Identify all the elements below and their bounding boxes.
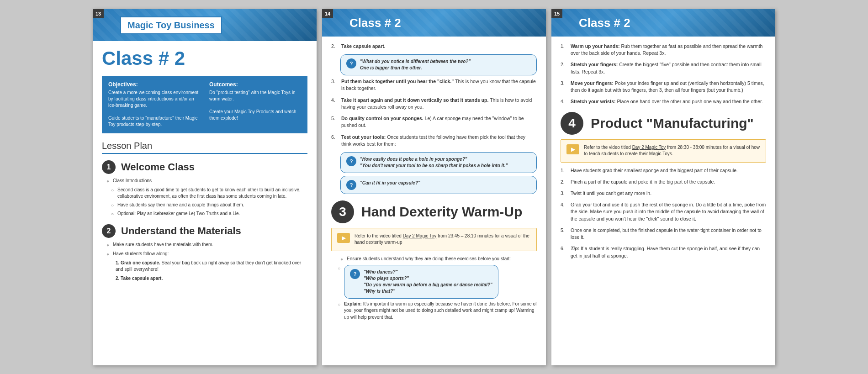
warm-item-2: 2. Stretch your fingers: Create the bigg… bbox=[561, 61, 766, 75]
bullet-have-materials: Make sure students have the materials wi… bbox=[106, 242, 307, 248]
quote-icon-dances: ? bbox=[350, 269, 360, 279]
bullet-name: Have students say their name and a coupl… bbox=[111, 202, 307, 208]
outcomes-col: Outcomes: Do "product testing" with the … bbox=[209, 81, 301, 128]
video-ref-box-3: ▶ Refer to the video titled Day 2 Magic … bbox=[561, 139, 766, 163]
numbered-item-2: 2. Take capsule apart. bbox=[116, 275, 307, 282]
quoted-3: ? "Can it fit in your capsule?" bbox=[340, 176, 537, 194]
warm-item-1: 1. Warm up your hands: Rub them together… bbox=[561, 43, 766, 57]
quoted-icon-1: ? bbox=[346, 58, 356, 68]
mfg-num-4: 4. bbox=[561, 201, 567, 222]
ensure-bullet: Ensure students understand why they are … bbox=[340, 256, 537, 262]
obj-title-1: Objectives: bbox=[108, 81, 200, 88]
section-welcome-class: 1 Welcome Class Class Introductions Seco… bbox=[102, 160, 307, 217]
ensure-bullet-text: Ensure students understand why they are … bbox=[347, 256, 511, 262]
section-1-title: Welcome Class bbox=[121, 161, 195, 173]
mfg-num-2: 2. bbox=[561, 179, 567, 185]
section-1-number: 1 bbox=[102, 160, 116, 174]
page-2-content: 2. Take capsule apart. ? "What do you no… bbox=[322, 37, 546, 329]
page-3-content: 1. Warm up your hands: Rub them together… bbox=[551, 37, 775, 270]
lesson-plan-title: Lesson Plan bbox=[102, 141, 307, 154]
cont-text-5: Do quality control on your sponges. I.e)… bbox=[341, 115, 537, 129]
page-number-1: 13 bbox=[93, 9, 104, 18]
bullet-icebreaker-text: Optional: Play an icebreaker game i.e) T… bbox=[117, 211, 240, 217]
bullet-icebreaker: Optional: Play an icebreaker game i.e) T… bbox=[111, 211, 307, 217]
warm-text-1: Warm up your hands: Rub them together as… bbox=[571, 43, 766, 57]
section-2-title: Understand the Materials bbox=[121, 225, 241, 237]
bullet-follow-along: Have students follow along: bbox=[106, 251, 307, 257]
section-4-title: Product "Manufacturing" bbox=[591, 116, 754, 131]
quoted-icon-3: ? bbox=[346, 180, 356, 190]
quoted-1: ? "What do you notice is different betwe… bbox=[340, 54, 537, 75]
obj-title-2: Outcomes: bbox=[209, 81, 301, 88]
cont-item-5: 5. Do quality control on your sponges. I… bbox=[331, 115, 537, 129]
section-3-heading: 3 Hand Dexterity Warm-Up bbox=[331, 200, 537, 223]
section-4-heading: 4 Product "Manufacturing" bbox=[561, 112, 766, 135]
bullet-follow-along-text: Have students follow along: bbox=[113, 251, 169, 257]
mfg-item-2: 2. Pinch a part of the capsule and poke … bbox=[561, 179, 766, 185]
cont-item-2: 2. Take capsule apart. bbox=[331, 43, 537, 50]
mfg-num-1: 1. bbox=[561, 167, 567, 174]
section-2-number: 2 bbox=[102, 224, 116, 238]
mfg-text-3: Twist it until you can't get any more in… bbox=[571, 190, 651, 197]
cont-item-4: 4. Take it apart again and put it down v… bbox=[331, 97, 537, 111]
video-ref-box-2: ▶ Refer to the video titled Day 2 Magic … bbox=[331, 228, 537, 251]
cont-num-3: 3. bbox=[331, 78, 338, 92]
page-1: 13 Magic Toy Business Class # 2 Objectiv… bbox=[93, 9, 317, 365]
video-ref-text-2: Refer to the video titled Day 2 Magic To… bbox=[355, 233, 531, 246]
numbered-item-2-text: 2. Take capsule apart. bbox=[116, 275, 307, 282]
cont-text-4: Take it apart again and put it down vert… bbox=[341, 97, 537, 111]
mfg-text-4: Grab your tool and use it to push the re… bbox=[571, 201, 766, 222]
obj-text-2: Do "product testing" with the Magic Toys… bbox=[209, 90, 301, 121]
brand-box: Magic Toy Business bbox=[120, 16, 222, 34]
warm-num-2: 2. bbox=[561, 61, 567, 75]
bullet-name-text: Have students say their name and a coupl… bbox=[117, 202, 244, 208]
page-2-header: 14 Class # 2 bbox=[322, 9, 546, 37]
cont-text-3: Put them back together until you hear th… bbox=[341, 78, 537, 92]
section-3-title: Hand Dexterity Warm-Up bbox=[361, 204, 522, 220]
page-1-header: 13 Magic Toy Business bbox=[93, 9, 317, 37]
bullet-inclusive: Second class is a good time to get stude… bbox=[111, 187, 307, 200]
quoted-text-2: "How easily does it poke a hole in your … bbox=[360, 156, 508, 169]
page3-class-label: Class # 2 bbox=[574, 16, 630, 30]
warm-num-1: 1. bbox=[561, 43, 567, 57]
mfg-text-5: Once one is completed, but the finished … bbox=[571, 227, 766, 241]
mfg-num-5: 5. bbox=[561, 227, 567, 241]
mfg-item-1: 1. Have students grab their smallest spo… bbox=[561, 167, 766, 174]
section-2-heading: 2 Understand the Materials bbox=[102, 224, 307, 238]
explain-item: Explain: It's important to warm up espec… bbox=[338, 301, 537, 321]
cont-num-2: 2. bbox=[331, 43, 338, 50]
warm-num-3: 3. bbox=[561, 80, 567, 94]
quoted-text-3: "Can it fit in your capsule?" bbox=[360, 180, 420, 186]
mfg-num-3: 3. bbox=[561, 190, 567, 197]
quote-item-dances: ? "Who dances?""Who plays sports?""Do yo… bbox=[338, 265, 537, 299]
cont-num-6: 6. bbox=[331, 134, 338, 147]
section-1-heading: 1 Welcome Class bbox=[102, 160, 307, 174]
page-1-content: Class # 2 Objectives: Create a more welc… bbox=[93, 37, 317, 295]
video-icon-2: ▶ bbox=[337, 233, 350, 243]
page-number-3: 15 bbox=[551, 9, 562, 18]
video-icon-3: ▶ bbox=[566, 144, 579, 154]
bullet-have-materials-text: Make sure students have the materials wi… bbox=[113, 242, 213, 248]
explain-label: Explain: It's important to warm up espec… bbox=[344, 301, 537, 321]
bullet-inclusive-text: Second class is a good time to get stude… bbox=[117, 187, 307, 200]
warm-text-3: Move your fingers: Poke your index finge… bbox=[571, 80, 766, 94]
cont-text-6: Test out your tools: Once students test … bbox=[341, 134, 537, 147]
mfg-text-6: Tip: If a student is really struggling. … bbox=[571, 245, 766, 259]
cont-item-6: 6. Test out your tools: Once students te… bbox=[331, 134, 537, 147]
warm-text-4: Stretch your wrists: Place one hand over… bbox=[571, 98, 763, 105]
mfg-item-6: 6. Tip: If a student is really strugglin… bbox=[561, 245, 766, 259]
mfg-num-6: 6. bbox=[561, 245, 567, 259]
warm-text-2: Stretch your fingers: Create the biggest… bbox=[571, 61, 766, 75]
quote-box-dances: ? "Who dances?""Who plays sports?""Do yo… bbox=[344, 265, 498, 299]
warm-num-4: 4. bbox=[561, 98, 567, 105]
section-3-number: 3 bbox=[331, 200, 354, 223]
header-banner-3: Class # 2 bbox=[551, 9, 775, 37]
bullet-class-intro: Class Introductions bbox=[106, 178, 307, 184]
cont-num-4: 4. bbox=[331, 97, 338, 111]
quoted-2: ? "How easily does it poke a hole in you… bbox=[340, 152, 537, 173]
cont-text-2: Take capsule apart. bbox=[341, 43, 386, 50]
page2-class-label: Class # 2 bbox=[345, 16, 401, 30]
objectives-box: Objectives: Create a more welcoming clas… bbox=[102, 76, 307, 133]
bullet-class-intro-text: Class Introductions bbox=[113, 178, 152, 184]
page-number-2: 14 bbox=[322, 9, 333, 18]
